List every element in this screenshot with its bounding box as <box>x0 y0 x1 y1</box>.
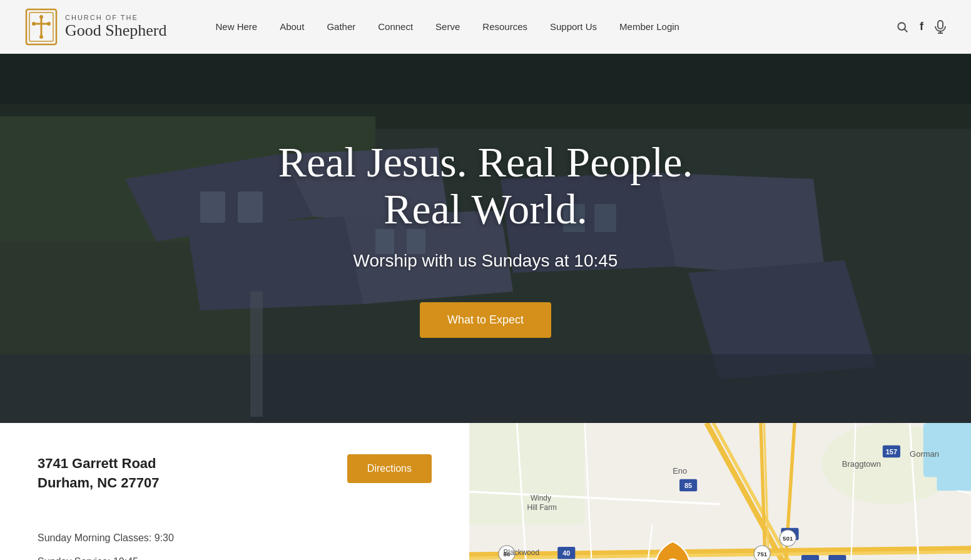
nav-gather[interactable]: Gather <box>315 0 367 54</box>
address-block: 3741 Garrett Road Durham, NC 27707 Direc… <box>38 454 432 512</box>
svg-text:Blackwood: Blackwood <box>504 548 540 557</box>
address-line2: Durham, NC 27707 <box>38 475 159 491</box>
svg-text:501: 501 <box>783 535 793 542</box>
svg-point-5 <box>32 22 36 26</box>
hero-content: Real Jesus. Real People.Real World. Wors… <box>253 139 718 339</box>
svg-rect-10 <box>938 21 943 29</box>
svg-point-8 <box>898 23 905 30</box>
search-icon[interactable] <box>896 21 908 33</box>
svg-line-9 <box>905 29 908 32</box>
hero-section: Real Jesus. Real People.Real World. Wors… <box>0 54 971 423</box>
address-text: 3741 Garrett Road Durham, NC 27707 <box>38 454 159 493</box>
header-icons: f <box>896 20 946 34</box>
logo-link[interactable]: CHURCH OF THE Good Shepherd <box>25 8 166 46</box>
hero-subtitle: Worship with us Sundays at 10:45 <box>278 251 693 271</box>
nav-about[interactable]: About <box>268 0 315 54</box>
svg-point-4 <box>39 15 43 19</box>
nav-new-here[interactable]: New Here <box>204 0 268 54</box>
logo-text: CHURCH OF THE Good Shepherd <box>65 14 166 40</box>
svg-text:85: 85 <box>684 482 692 489</box>
schedule-info: Sunday Morning Classes: 9:30 Sunday Serv… <box>38 531 432 560</box>
facebook-icon[interactable]: f <box>920 20 923 33</box>
map-area[interactable]: 40 85 85 85 86 751 501 751 86 98 70 <box>469 423 971 560</box>
good-shepherd-text: Good Shepherd <box>65 21 166 40</box>
svg-point-7 <box>39 35 43 39</box>
hero-title: Real Jesus. Real People.Real World. <box>278 139 693 233</box>
nav-resources[interactable]: Resources <box>471 0 539 54</box>
logo-icon <box>25 8 58 46</box>
nav-connect[interactable]: Connect <box>367 0 424 54</box>
address-line1: 3741 Garrett Road <box>38 456 156 471</box>
nav-support-us[interactable]: Support Us <box>539 0 608 54</box>
microphone-icon[interactable] <box>935 20 946 34</box>
directions-button[interactable]: Directions <box>347 454 432 483</box>
svg-point-6 <box>47 22 51 26</box>
nav-member-login[interactable]: Member Login <box>608 0 691 54</box>
info-section: 3741 Garrett Road Durham, NC 27707 Direc… <box>0 423 971 560</box>
nav-serve[interactable]: Serve <box>424 0 471 54</box>
what-to-expect-button[interactable]: What to Expect <box>420 302 551 338</box>
svg-text:Hill Farm: Hill Farm <box>527 503 557 512</box>
svg-text:Gorman: Gorman <box>910 449 939 459</box>
info-left: 3741 Garrett Road Durham, NC 27707 Direc… <box>0 423 469 560</box>
svg-text:157: 157 <box>886 448 897 456</box>
church-of-the-text: CHURCH OF THE <box>65 14 166 21</box>
schedule-sunday-service: Sunday Service: 10:45 <box>38 554 432 560</box>
site-header: CHURCH OF THE Good Shepherd New Here Abo… <box>0 0 971 54</box>
svg-text:Eno: Eno <box>673 466 687 476</box>
svg-text:Braggtown: Braggtown <box>842 459 881 469</box>
svg-text:751: 751 <box>757 551 768 557</box>
svg-text:40: 40 <box>562 549 570 557</box>
schedule-sunday-classes: Sunday Morning Classes: 9:30 <box>38 531 432 546</box>
svg-rect-39 <box>937 464 971 491</box>
main-nav: New Here About Gather Connect Serve Reso… <box>204 0 896 54</box>
svg-text:Windy: Windy <box>531 494 551 502</box>
